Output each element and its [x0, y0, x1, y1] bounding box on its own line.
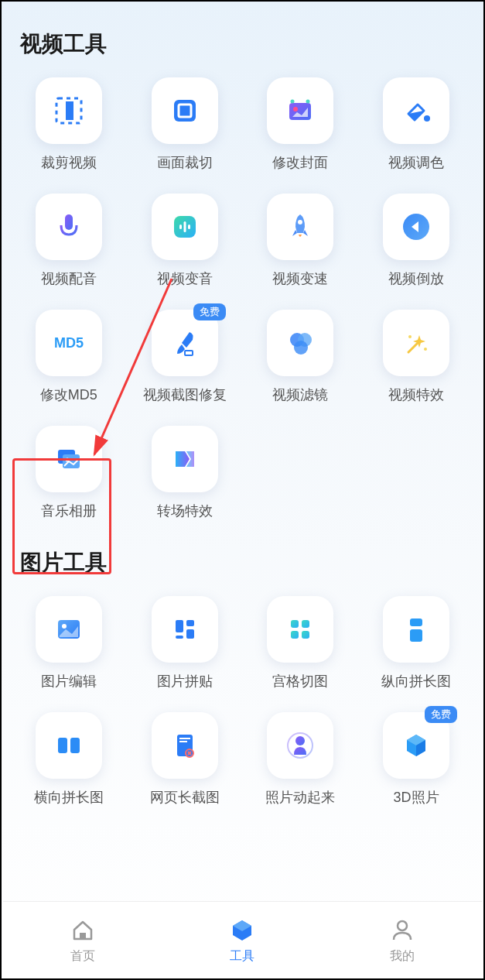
- svg-rect-1: [66, 101, 73, 120]
- svg-rect-41: [70, 738, 80, 753]
- color-fill-icon: [383, 77, 449, 144]
- nav-label: 首页: [70, 948, 95, 965]
- tool-label: 视频配音: [41, 269, 97, 288]
- tool-magic-wand[interactable]: 视频特效: [367, 310, 465, 404]
- bottom-nav: 首页 工具 我的: [3, 901, 482, 978]
- tool-transition[interactable]: 转场特效: [136, 426, 234, 520]
- tool-label: 视频变音: [157, 269, 213, 288]
- tool-3d-cube[interactable]: 免费 3D照片: [367, 712, 465, 807]
- svg-line-22: [408, 343, 418, 352]
- image-edit-icon: [36, 596, 102, 663]
- tool-label: 修改MD5: [40, 385, 97, 404]
- tool-filter-circles[interactable]: 视频滤镜: [252, 310, 350, 404]
- edit-cover-icon: [267, 77, 333, 144]
- tool-music-album[interactable]: 音乐相册: [20, 426, 118, 520]
- microphone-icon: [36, 194, 102, 260]
- transition-icon: [152, 426, 218, 492]
- svg-point-5: [293, 107, 298, 111]
- svg-rect-38: [410, 618, 422, 626]
- 3d-cube-icon: 免费: [383, 712, 449, 779]
- nav-home[interactable]: 首页: [68, 916, 97, 965]
- nav-tools[interactable]: 工具: [227, 916, 257, 965]
- image-tools-grid: 图片编辑 图片拼贴 宫格切图 纵向拼长图 横向拼长图: [20, 596, 465, 807]
- svg-point-8: [424, 115, 430, 122]
- crop-video-icon: [36, 77, 102, 144]
- tool-sound-wave[interactable]: 视频变音: [136, 194, 234, 288]
- tool-vertical-stitch[interactable]: 纵向拼长图: [367, 596, 465, 690]
- svg-rect-35: [302, 620, 309, 628]
- tool-brush[interactable]: 免费 视频截图修复: [136, 310, 234, 404]
- tool-label: 图片拼贴: [157, 672, 213, 690]
- tool-crop-video[interactable]: 裁剪视频: [20, 77, 118, 172]
- svg-point-23: [408, 335, 412, 338]
- tool-md5[interactable]: MD5 修改MD5: [20, 310, 118, 404]
- tool-label: 照片动起来: [265, 788, 335, 807]
- tool-label: 视频调色: [388, 153, 444, 172]
- tool-crop-frame[interactable]: 画面裁切: [136, 77, 234, 172]
- svg-rect-32: [186, 629, 194, 639]
- nav-profile[interactable]: 我的: [388, 916, 417, 965]
- svg-rect-2: [174, 100, 196, 122]
- tool-webpage-capture[interactable]: 网页长截图: [136, 712, 234, 807]
- music-album-icon: [36, 426, 102, 492]
- tool-edit-cover[interactable]: 修改封面: [252, 77, 350, 172]
- video-tools-grid: 裁剪视频 画面裁切 修改封面 视频调色 视频配音: [20, 77, 465, 520]
- svg-rect-18: [185, 351, 193, 355]
- svg-point-24: [424, 348, 427, 351]
- tool-horizontal-stitch[interactable]: 横向拼长图: [20, 712, 118, 807]
- svg-rect-9: [65, 214, 73, 230]
- crop-frame-icon: [152, 77, 218, 144]
- tool-label: 画面裁切: [157, 153, 213, 172]
- svg-rect-13: [183, 221, 186, 232]
- tool-image-edit[interactable]: 图片编辑: [20, 596, 118, 690]
- tool-rewind[interactable]: 视频倒放: [367, 194, 465, 288]
- sound-wave-icon: [152, 194, 218, 260]
- rewind-icon: [383, 194, 449, 260]
- tool-photo-animate[interactable]: 照片动起来: [252, 712, 350, 807]
- svg-rect-40: [58, 738, 67, 753]
- home-icon: [68, 916, 97, 945]
- tool-color-fill[interactable]: 视频调色: [367, 77, 465, 172]
- filter-circles-icon: [267, 310, 333, 376]
- tool-label: 横向拼长图: [34, 788, 104, 807]
- tool-collage[interactable]: 图片拼贴: [136, 596, 234, 690]
- tool-label: 转场特效: [157, 502, 213, 520]
- tool-label: 图片编辑: [41, 672, 97, 690]
- rocket-icon: [267, 194, 333, 260]
- svg-rect-33: [176, 636, 183, 639]
- tool-label: 纵向拼长图: [381, 672, 451, 690]
- tool-label: 网页长截图: [150, 788, 220, 807]
- svg-rect-12: [179, 224, 182, 229]
- svg-rect-50: [80, 933, 86, 939]
- svg-rect-37: [302, 631, 309, 639]
- tool-label: 视频滤镜: [272, 385, 328, 404]
- svg-point-29: [62, 624, 67, 629]
- svg-rect-39: [410, 629, 422, 642]
- tool-label: 修改封面: [272, 153, 328, 172]
- tool-label: 宫格切图: [272, 672, 328, 690]
- tool-label: 裁剪视频: [41, 153, 97, 172]
- section-title-image: 图片工具: [20, 548, 465, 577]
- free-badge: 免费: [193, 303, 226, 320]
- svg-point-46: [295, 736, 305, 745]
- svg-rect-44: [179, 741, 187, 742]
- svg-rect-30: [176, 620, 183, 632]
- svg-rect-34: [291, 620, 299, 628]
- svg-point-7: [306, 100, 310, 104]
- svg-text:MD5: MD5: [54, 335, 84, 351]
- nav-label: 工具: [230, 948, 254, 965]
- svg-rect-31: [186, 620, 194, 626]
- tool-label: 3D照片: [394, 788, 439, 807]
- svg-rect-14: [188, 224, 190, 229]
- tool-microphone[interactable]: 视频配音: [20, 194, 118, 288]
- collage-icon: [152, 596, 218, 663]
- brush-icon: 免费: [152, 310, 218, 376]
- md5-icon: MD5: [36, 310, 102, 376]
- tool-grid-cut[interactable]: 宫格切图: [252, 596, 350, 690]
- svg-rect-36: [291, 631, 299, 639]
- tool-rocket[interactable]: 视频变速: [252, 194, 350, 288]
- grid-cut-icon: [267, 596, 333, 663]
- svg-point-21: [294, 341, 308, 355]
- section-title-video: 视频工具: [20, 29, 465, 59]
- svg-rect-43: [179, 738, 190, 739]
